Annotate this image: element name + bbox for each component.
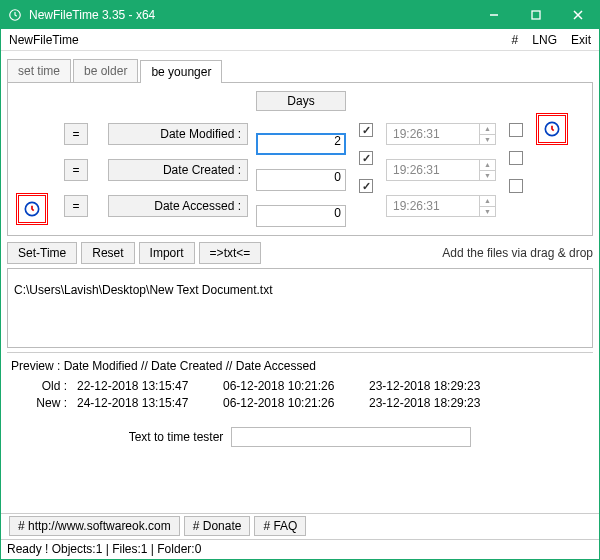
- menubar: NewFileTime # LNG Exit: [1, 29, 599, 51]
- label-date-modified: Date Modified :: [108, 123, 248, 145]
- preview-old-label: Old :: [11, 379, 71, 393]
- maximize-button[interactable]: [515, 1, 557, 29]
- link-bar: # http://www.softwareok.com # Donate # F…: [1, 513, 599, 537]
- chevron-up-icon[interactable]: ▲: [480, 196, 495, 207]
- tab-panel: = = = Date Modified : Date Created : Dat…: [7, 82, 593, 236]
- time-accessed-input[interactable]: 19:26:31▲▼: [386, 195, 496, 217]
- time-accessed-value: 19:26:31: [393, 199, 440, 213]
- window-title: NewFileTime 3.35 - x64: [29, 8, 473, 22]
- app-icon: [7, 7, 23, 23]
- menu-hash[interactable]: #: [512, 33, 519, 47]
- menubar-appname[interactable]: NewFileTime: [9, 33, 498, 47]
- text-to-time-input[interactable]: [231, 427, 471, 447]
- drag-drop-hint: Add the files via drag & drop: [442, 246, 593, 260]
- action-row: Set-Time Reset Import =>txt<= Add the fi…: [1, 236, 599, 268]
- days-modified-input[interactable]: 2: [256, 133, 346, 155]
- preview-header: Preview : Date Modified // Date Created …: [11, 359, 589, 373]
- chevron-up-icon[interactable]: ▲: [480, 160, 495, 171]
- tab-set-time[interactable]: set time: [7, 59, 71, 82]
- time-modified-input[interactable]: 19:26:31▲▼: [386, 123, 496, 145]
- time-created-value: 19:26:31: [393, 163, 440, 177]
- menu-lng[interactable]: LNG: [532, 33, 557, 47]
- preview-old-accessed: 23-12-2018 18:29:23: [369, 379, 509, 393]
- txt-button[interactable]: =>txt<=: [199, 242, 262, 264]
- work-area: set time be older be younger = = = Date …: [1, 51, 599, 236]
- chk-time-accessed[interactable]: [359, 179, 373, 193]
- days-created-input[interactable]: 0: [256, 169, 346, 191]
- eq-accessed-button[interactable]: =: [64, 195, 88, 217]
- chk-time-modified[interactable]: [359, 123, 373, 137]
- time-created-input[interactable]: 19:26:31▲▼: [386, 159, 496, 181]
- days-accessed-input[interactable]: 0: [256, 205, 346, 227]
- link-donate[interactable]: # Donate: [184, 516, 251, 536]
- label-date-accessed: Date Accessed :: [108, 195, 248, 217]
- chk-extra-modified[interactable]: [509, 123, 523, 137]
- file-list[interactable]: C:\Users\Lavish\Desktop\New Text Documen…: [7, 268, 593, 348]
- preview-old-modified: 22-12-2018 13:15:47: [77, 379, 217, 393]
- chevron-down-icon[interactable]: ▼: [480, 171, 495, 181]
- preview-new-created: 06-12-2018 10:21:26: [223, 396, 363, 410]
- reset-button[interactable]: Reset: [81, 242, 134, 264]
- status-text: Ready ! Objects:1 | Files:1 | Folder:0: [7, 542, 201, 556]
- status-bar: Ready ! Objects:1 | Files:1 | Folder:0: [1, 539, 599, 559]
- close-button[interactable]: [557, 1, 599, 29]
- days-header: Days: [256, 91, 346, 111]
- preview-new-label: New :: [11, 396, 71, 410]
- text-to-time-row: Text to time tester: [1, 421, 599, 455]
- clock-icon-left: [16, 91, 56, 227]
- preview-new-modified: 24-12-2018 13:15:47: [77, 396, 217, 410]
- file-path: C:\Users\Lavish\Desktop\New Text Documen…: [14, 283, 273, 297]
- titlebar: NewFileTime 3.35 - x64: [1, 1, 599, 29]
- preview-old-created: 06-12-2018 10:21:26: [223, 379, 363, 393]
- text-to-time-label: Text to time tester: [129, 430, 224, 444]
- svg-rect-2: [532, 11, 540, 19]
- chevron-down-icon[interactable]: ▼: [480, 135, 495, 145]
- menu-exit[interactable]: Exit: [571, 33, 591, 47]
- preview-new-accessed: 23-12-2018 18:29:23: [369, 396, 509, 410]
- tabstrip: set time be older be younger: [7, 55, 593, 82]
- link-faq[interactable]: # FAQ: [254, 516, 306, 536]
- link-website[interactable]: # http://www.softwareok.com: [9, 516, 180, 536]
- preview-section: Preview : Date Modified // Date Created …: [7, 352, 593, 421]
- eq-created-button[interactable]: =: [64, 159, 88, 181]
- minimize-button[interactable]: [473, 1, 515, 29]
- chk-time-created[interactable]: [359, 151, 373, 165]
- chk-extra-created[interactable]: [509, 151, 523, 165]
- chevron-up-icon[interactable]: ▲: [480, 124, 495, 135]
- set-time-button[interactable]: Set-Time: [7, 242, 77, 264]
- tab-be-older[interactable]: be older: [73, 59, 138, 82]
- clock-icon-right: [536, 91, 576, 227]
- import-button[interactable]: Import: [139, 242, 195, 264]
- chevron-down-icon[interactable]: ▼: [480, 207, 495, 217]
- chk-extra-accessed[interactable]: [509, 179, 523, 193]
- label-date-created: Date Created :: [108, 159, 248, 181]
- app-window: NewFileTime 3.35 - x64 NewFileTime # LNG…: [0, 0, 600, 560]
- time-modified-value: 19:26:31: [393, 127, 440, 141]
- tab-be-younger[interactable]: be younger: [140, 60, 222, 83]
- eq-modified-button[interactable]: =: [64, 123, 88, 145]
